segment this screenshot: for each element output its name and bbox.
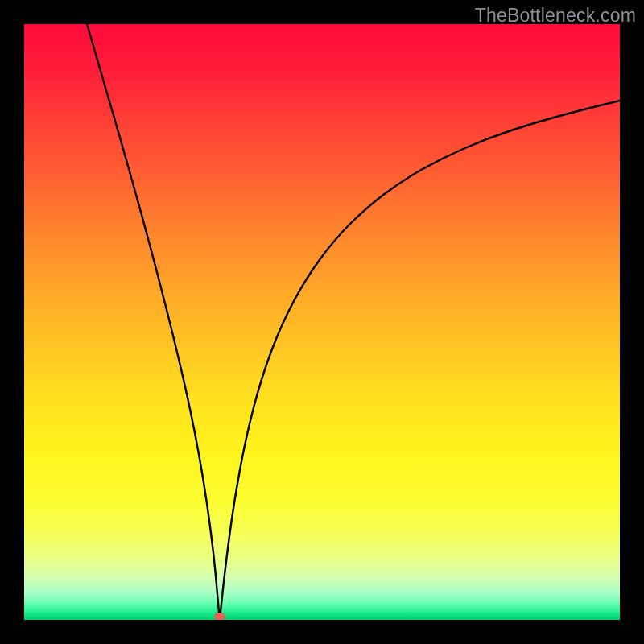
chart-plot-area: [24, 24, 620, 620]
watermark-text: TheBottleneck.com: [475, 5, 636, 27]
curve-left-branch: [87, 24, 220, 620]
min-point-marker: [214, 613, 225, 620]
curve-right-branch: [220, 101, 620, 620]
chart-svg: [24, 24, 620, 620]
